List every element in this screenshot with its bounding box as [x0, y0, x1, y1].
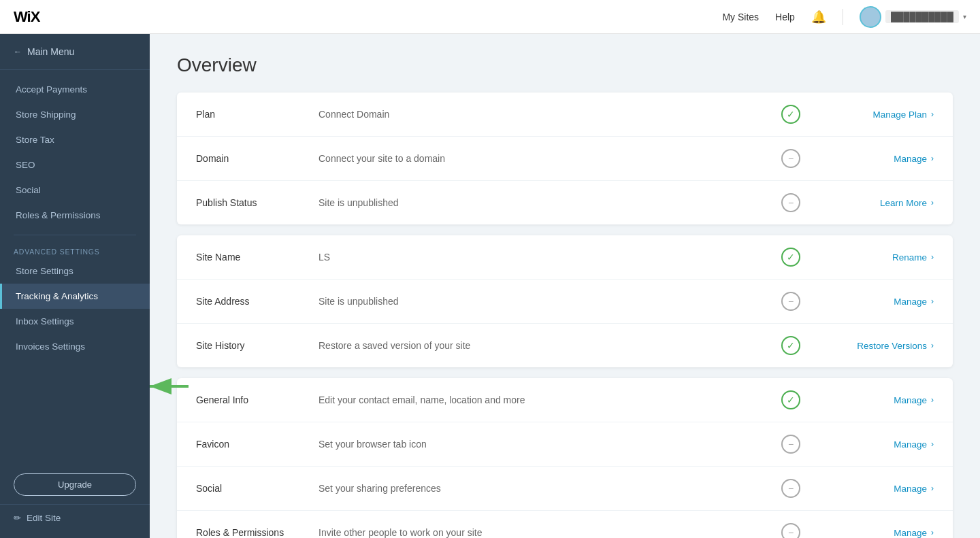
table-row: Social Set your sharing preferences − Ma… — [177, 467, 953, 511]
restore-versions-link[interactable]: Restore Versions — [857, 341, 927, 351]
sidebar-item-label: Store Shipping — [16, 110, 76, 120]
sidebar-item-seo[interactable]: SEO — [0, 152, 150, 178]
row-action: Manage › — [811, 439, 934, 450]
sidebar-item-store-shipping[interactable]: Store Shipping — [0, 102, 150, 127]
status-complete-icon: ✓ — [781, 390, 800, 409]
table-row: Site Name LS ✓ Rename › — [177, 235, 953, 280]
chevron-right-icon: › — [931, 252, 934, 262]
rename-link[interactable]: Rename — [892, 252, 927, 263]
table-row: Plan Connect Domain ✓ Manage Plan › — [177, 93, 953, 137]
main-content: Overview Plan Connect Domain ✓ Manage Pl… — [150, 34, 980, 538]
row-action: Restore Versions › — [811, 341, 934, 351]
edit-site-item[interactable]: ✏ Edit Site — [0, 504, 150, 531]
learn-more-link[interactable]: Learn More — [880, 198, 927, 208]
chevron-right-icon: › — [931, 484, 934, 493]
sidebar-item-store-settings[interactable]: Store Settings — [0, 258, 150, 284]
row-status: ✓ — [770, 248, 811, 267]
sidebar-item-tracking-analytics[interactable]: Tracking & Analytics — [0, 284, 150, 309]
row-action: Manage › — [811, 154, 934, 164]
wix-logo: WiX — [14, 8, 39, 26]
row-status: ✓ — [770, 390, 811, 409]
sidebar-item-label: Roles & Permissions — [16, 210, 101, 220]
topnav-right: My Sites Help 🔔 ██████████ ▾ — [722, 6, 966, 28]
row-status: − — [770, 149, 811, 168]
user-avatar-area[interactable]: ██████████ ▾ — [860, 6, 966, 28]
sidebar-item-roles-permissions[interactable]: Roles & Permissions — [0, 203, 150, 228]
manage-roles-link[interactable]: Manage — [894, 528, 927, 538]
chevron-right-icon: › — [931, 439, 934, 449]
sidebar-item-store-tax[interactable]: Store Tax — [0, 127, 150, 152]
chevron-right-icon: › — [931, 297, 934, 306]
sidebar: ← Main Menu Accept Payments Store Shippi… — [0, 34, 150, 538]
row-desc: Edit your contact email, name, location … — [318, 394, 770, 405]
user-name: ██████████ — [885, 10, 959, 23]
manage-general-info-link[interactable]: Manage — [894, 395, 927, 405]
sidebar-item-inbox-settings[interactable]: Inbox Settings — [0, 309, 150, 334]
sidebar-item-accept-payments[interactable]: Accept Payments — [0, 77, 150, 102]
row-action: Learn More › — [811, 198, 934, 208]
table-row: Publish Status Site is unpublished − Lea… — [177, 181, 953, 224]
row-status: ✓ — [770, 336, 811, 355]
chevron-right-icon: › — [931, 528, 934, 537]
upgrade-button[interactable]: Upgrade — [14, 473, 136, 496]
chevron-down-icon: ▾ — [963, 13, 966, 20]
sidebar-nav: Accept Payments Store Shipping Store Tax… — [0, 70, 150, 465]
row-action: Manage › — [811, 484, 934, 494]
status-incomplete-icon: − — [781, 149, 800, 168]
chevron-right-icon: › — [931, 110, 934, 119]
manage-site-address-link[interactable]: Manage — [894, 297, 927, 307]
page-layout: ← Main Menu Accept Payments Store Shippi… — [0, 34, 980, 538]
status-complete-icon: ✓ — [781, 105, 800, 124]
overview-card-2: Site Name LS ✓ Rename › Site Address Sit… — [177, 235, 953, 367]
sidebar-item-label: Accept Payments — [16, 84, 87, 95]
sidebar-item-label: Social — [16, 185, 41, 195]
row-action: Manage Plan › — [811, 110, 934, 120]
table-row: Domain Connect your site to a domain − M… — [177, 137, 953, 181]
row-action: Manage › — [811, 395, 934, 405]
sidebar-item-invoices-settings[interactable]: Invoices Settings — [0, 334, 150, 359]
chevron-right-icon: › — [931, 341, 934, 350]
sidebar-item-label: SEO — [16, 160, 35, 170]
avatar — [860, 6, 881, 28]
status-complete-icon: ✓ — [781, 336, 800, 355]
help-link[interactable]: Help — [775, 12, 795, 22]
notifications-icon[interactable]: 🔔 — [811, 10, 826, 24]
manage-social-link[interactable]: Manage — [894, 484, 927, 494]
row-desc: Connect your site to a domain — [318, 153, 770, 164]
advanced-settings-label: Advanced Settings — [0, 242, 150, 258]
upgrade-button-wrap: Upgrade — [0, 465, 150, 504]
chevron-right-icon: › — [931, 154, 934, 163]
row-status: ✓ — [770, 105, 811, 124]
row-label: Roles & Permissions — [196, 527, 318, 538]
row-desc: Site is unpublished — [318, 296, 770, 307]
row-status: − — [770, 523, 811, 538]
manage-favicon-link[interactable]: Manage — [894, 439, 927, 450]
row-status: − — [770, 435, 811, 454]
table-row: Roles & Permissions Invite other people … — [177, 511, 953, 538]
sidebar-divider — [14, 235, 136, 235]
row-status: − — [770, 193, 811, 212]
manage-plan-link[interactable]: Manage Plan — [872, 110, 927, 120]
status-incomplete-icon: − — [781, 523, 800, 538]
row-label: Domain — [196, 153, 318, 164]
my-sites-link[interactable]: My Sites — [722, 12, 759, 22]
row-label: Favicon — [196, 439, 318, 450]
edit-site-label: Edit Site — [27, 513, 61, 523]
row-action: Rename › — [811, 252, 934, 263]
page-title: Overview — [177, 54, 953, 76]
row-label: General Info — [196, 394, 318, 405]
sidebar-item-label: Invoices Settings — [16, 341, 85, 352]
row-status: − — [770, 292, 811, 311]
sidebar-item-label: Tracking & Analytics — [16, 291, 98, 301]
table-row: Site History Restore a saved version of … — [177, 324, 953, 367]
row-desc: Site is unpublished — [318, 197, 770, 208]
sidebar-item-social[interactable]: Social — [0, 178, 150, 203]
main-menu-back[interactable]: ← Main Menu — [0, 34, 150, 70]
row-action: Manage › — [811, 528, 934, 538]
status-incomplete-icon: − — [781, 435, 800, 454]
back-arrow-icon: ← — [14, 47, 22, 56]
row-label: Publish Status — [196, 197, 318, 208]
sidebar-item-label: Store Tax — [16, 135, 54, 145]
manage-domain-link[interactable]: Manage — [894, 154, 927, 164]
row-desc: Connect Domain — [318, 109, 770, 120]
